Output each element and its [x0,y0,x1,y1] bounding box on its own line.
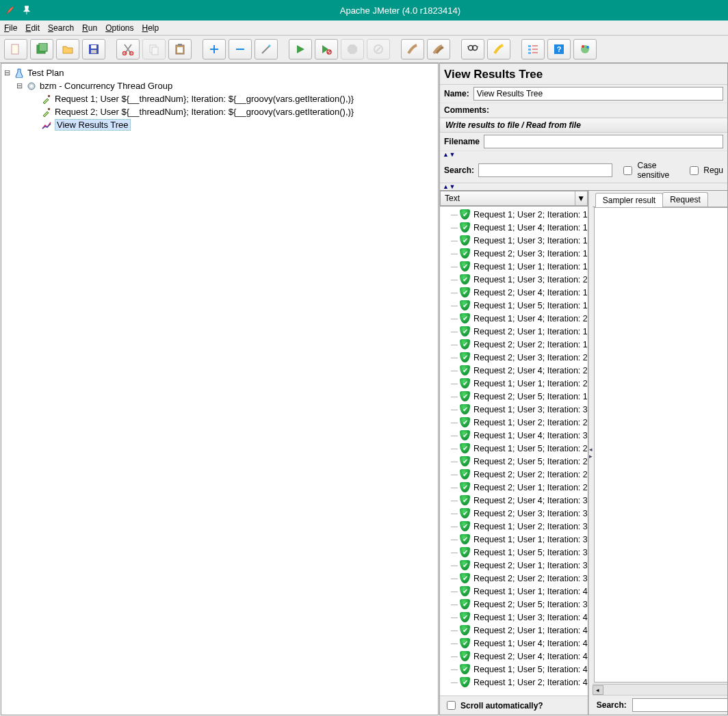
copy-button[interactable] [142,39,166,59]
tree-node-request2[interactable]: Request 2; User ${__threadNum}; Iteratio… [3,105,437,118]
result-row[interactable]: —✔Request 1; User 1; Iteration: 2 [440,377,588,390]
result-row[interactable]: —✔Request 2; User 3; Iteration: 1 [440,247,588,260]
result-row[interactable]: —✔Request 2; User 1; Iteration: 4 [440,624,588,637]
clear-all-button[interactable] [427,39,450,59]
tree-tick-icon: — [451,393,456,400]
success-shield-icon: ✔ [460,430,470,440]
result-row[interactable]: —✔Request 1; User 1; Iteration: 1 [440,260,588,273]
result-row[interactable]: —✔Request 2; User 2; Iteration: 3 [440,572,588,585]
clear-button[interactable] [401,39,424,59]
result-row[interactable]: —✔Request 1; User 4; Iteration: 1 [440,221,588,234]
tree-node-threadgroup[interactable]: ⊟ bzm - Concurrency Thread Group [3,79,437,92]
result-row[interactable]: —✔Request 2; User 5; Iteration: 2 [440,455,588,468]
result-row[interactable]: —✔Request 2; User 3; Iteration: 3 [440,507,588,520]
templates-button[interactable] [30,39,53,59]
start-no-pause-button[interactable] [315,39,338,59]
result-row[interactable]: —✔Request 2; User 4; Iteration: 1 [440,286,588,299]
result-row[interactable]: —✔Request 2; User 3; Iteration: 2 [440,351,588,364]
results-split: Text ▼ —✔Request 1; User 2; Iteration: 1… [440,190,727,715]
test-plan-tree[interactable]: ⊟ Test Plan ⊟ bzm - Concurrency Thread G… [1,63,439,715]
svg-marker-14 [348,44,357,54]
tree-node-testplan[interactable]: ⊟ Test Plan [3,66,437,79]
add-button[interactable] [203,39,226,59]
result-row[interactable]: —✔Request 1; User 4; Iteration: 2 [440,312,588,325]
result-row[interactable]: —✔Request 1; User 5; Iteration: 2 [440,442,588,455]
name-input[interactable] [473,87,723,101]
collapse-handle-top[interactable]: ▲ ▼ [440,151,727,158]
result-row[interactable]: —✔Request 1; User 4; Iteration: 3 [440,429,588,442]
hscroll[interactable]: ◂ [593,684,727,695]
result-row[interactable]: —✔Request 2; User 5; Iteration: 3 [440,598,588,611]
reset-search-button[interactable] [487,39,510,59]
result-row[interactable]: —✔Request 1; User 2; Iteration: 3 [440,520,588,533]
result-row[interactable]: —✔Request 1; User 1; Iteration: 4 [440,585,588,598]
result-row[interactable]: —✔Request 1; User 4; Iteration: 4 [440,637,588,650]
tree-node-viewresults[interactable]: View Results Tree [3,118,437,131]
search-input[interactable] [478,163,612,177]
function-helper-button[interactable] [521,39,545,59]
menu-run[interactable]: Run [82,23,97,33]
result-row[interactable]: —✔Request 1; User 2; Iteration: 1 [440,208,588,221]
help-button[interactable]: ? [547,39,571,59]
tree-node-request1[interactable]: Request 1; User ${__threadNum}; Iteratio… [3,92,437,105]
wand-button[interactable] [255,39,278,59]
success-shield-icon: ✔ [460,313,470,323]
scroll-left-icon[interactable]: ◂ [593,685,603,695]
case-sensitive-checkbox[interactable]: Case sensitive [621,161,683,180]
result-label: Request 1; User 2; Iteration: 1 [473,210,588,220]
find-button[interactable] [461,39,484,59]
result-row[interactable]: —✔Request 2; User 1; Iteration: 2 [440,481,588,494]
menu-edit[interactable]: Edit [25,23,40,33]
chart-icon [41,120,52,131]
result-row[interactable]: —✔Request 1; User 3; Iteration: 3 [440,403,588,416]
shutdown-button[interactable] [367,39,390,59]
tree-tick-icon: — [451,328,456,335]
menu-help[interactable]: Help [142,23,159,33]
stop-button[interactable] [341,39,364,59]
collapse-icon[interactable]: ⊟ [3,68,11,77]
result-row[interactable]: —✔Request 1; User 1; Iteration: 3 [440,533,588,546]
collapse-icon[interactable]: ⊟ [15,81,23,90]
beaker-icon [14,68,25,79]
result-row[interactable]: —✔Request 2; User 4; Iteration: 3 [440,494,588,507]
result-row[interactable]: —✔Request 1; User 3; Iteration: 4 [440,611,588,624]
save-button[interactable] [82,39,105,59]
new-button[interactable] [4,39,27,59]
menu-file[interactable]: File [4,23,17,33]
result-row[interactable]: —✔Request 1; User 3; Iteration: 1 [440,234,588,247]
cut-button[interactable] [116,39,140,59]
result-row[interactable]: —✔Request 1; User 2; Iteration: 2 [440,416,588,429]
tree-label: Test Plan [27,68,64,78]
result-row[interactable]: —✔Request 2; User 1; Iteration: 1 [440,325,588,338]
start-button[interactable] [289,39,312,59]
about-button[interactable] [573,39,597,59]
result-row[interactable]: —✔Request 1; User 3; Iteration: 2 [440,273,588,286]
results-list[interactable]: —✔Request 1; User 2; Iteration: 1—✔Reque… [440,207,588,695]
open-button[interactable] [56,39,79,59]
scroll-auto-checkbox[interactable]: Scroll automatically? [444,699,543,712]
tab-request[interactable]: Request [662,192,708,207]
pin-icon[interactable] [22,5,31,15]
tab-sampler-result[interactable]: Sampler result [595,193,663,207]
result-row[interactable]: —✔Request 2; User 4; Iteration: 2 [440,364,588,377]
result-row[interactable]: —✔Request 2; User 2; Iteration: 1 [440,338,588,351]
detail-search-input[interactable] [632,698,727,712]
paste-button[interactable] [168,39,192,59]
filename-input[interactable] [484,135,723,148]
regex-checkbox[interactable]: Regu [687,164,723,177]
result-row[interactable]: —✔Request 1; User 5; Iteration: 1 [440,299,588,312]
result-row[interactable]: —✔Request 1; User 5; Iteration: 4 [440,663,588,676]
menu-options[interactable]: Options [105,23,133,33]
result-row[interactable]: —✔Request 2; User 1; Iteration: 3 [440,559,588,572]
remove-button[interactable] [229,39,252,59]
collapse-handle-mid[interactable]: ▲ ▼ [440,183,727,190]
result-row[interactable]: —✔Request 1; User 5; Iteration: 3 [440,546,588,559]
dropdown-arrow-icon[interactable]: ▼ [575,191,588,206]
renderer-dropdown[interactable]: Text [440,191,575,206]
tree-tick-icon: — [451,367,456,374]
result-row[interactable]: —✔Request 2; User 5; Iteration: 1 [440,390,588,403]
result-row[interactable]: —✔Request 1; User 2; Iteration: 4 [440,676,588,689]
result-row[interactable]: —✔Request 2; User 4; Iteration: 4 [440,650,588,663]
result-row[interactable]: —✔Request 2; User 2; Iteration: 2 [440,468,588,481]
menu-search[interactable]: Search [48,23,74,33]
